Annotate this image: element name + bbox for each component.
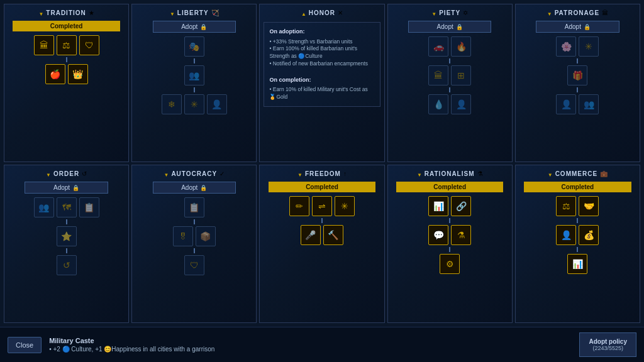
free-node-1[interactable]: ✏ xyxy=(289,196,309,216)
unit-desc: • +2 🔵 Culture, +1 😊Happiness in all cit… xyxy=(49,346,572,353)
lib-node-1[interactable]: 🎭 xyxy=(184,36,204,57)
trad-node-3[interactable]: 🛡 xyxy=(79,35,99,55)
com-node-2[interactable]: 🤝 xyxy=(579,196,599,216)
adopt-policy-button[interactable]: Adopt policy (2243/5525) xyxy=(579,332,636,357)
rat-node-2[interactable]: 🔗 xyxy=(451,196,471,216)
commerce-tree: ⚖ 🤝 👤 💰 📊 xyxy=(518,196,637,274)
piety-node-1[interactable]: 🚗 xyxy=(428,36,448,57)
pat-node-2[interactable]: ✳ xyxy=(579,36,599,57)
commerce-card: COMMERCE 💼 Completed ⚖ 🤝 👤 💰 📊 xyxy=(515,165,640,323)
lib-node-2[interactable]: 👥 xyxy=(184,65,204,85)
aut-node-1[interactable]: 📋 xyxy=(184,197,204,217)
rat-node-4[interactable]: ⚗ xyxy=(451,225,471,245)
autocracy-tree: 📋 🎖 📦 🛡 xyxy=(135,197,253,275)
piety-node-4[interactable]: ⊞ xyxy=(451,65,471,85)
rationalism-tree: 📊 🔗 💬 ⚗ ⚙ xyxy=(391,196,509,274)
trad-node-4[interactable]: 🍎 xyxy=(45,64,65,84)
piety-node-2[interactable]: 🔥 xyxy=(451,36,471,57)
free-node-2[interactable]: ⇌ xyxy=(312,196,332,216)
piety-tree: 🚗 🔥 🏛 ⊞ 💧 👤 xyxy=(391,36,509,114)
status-bar: Close Military Caste • +2 🔵 Culture, +1 … xyxy=(0,327,644,362)
patronage-adopt-btn[interactable]: Adopt xyxy=(536,21,619,33)
order-title: ORDER xyxy=(53,170,79,177)
honor-arrow[interactable] xyxy=(301,7,306,18)
status-text-area: Military Caste • +2 🔵 Culture, +1 😊Happi… xyxy=(49,337,572,353)
honor-icon: ✕ xyxy=(338,9,343,16)
free-node-4[interactable]: 🎤 xyxy=(301,225,321,245)
rationalism-icon: ⚗ xyxy=(477,170,483,177)
lib-node-5[interactable]: 👤 xyxy=(207,94,227,114)
liberty-tree: 🎭 👥 ❄ ✳ 👤 xyxy=(135,36,253,114)
com-node-5[interactable]: 📊 xyxy=(567,254,587,274)
unit-name: Military Caste xyxy=(49,337,572,344)
autocracy-card: AUTOCRACY ✓ Adopt 📋 🎖 📦 🛡 xyxy=(131,165,257,323)
patronage-tree: 🌸 ✳ 🎁 👤 👥 xyxy=(518,36,637,114)
commerce-completed-btn[interactable]: Completed xyxy=(524,182,631,192)
tradition-completed-btn[interactable]: Completed xyxy=(13,21,119,31)
order-tree: 👥 🗺 📋 ⭐ ↺ xyxy=(7,197,126,275)
autocracy-arrow[interactable] xyxy=(164,168,169,179)
piety-arrow[interactable] xyxy=(431,7,436,18)
freedom-header: FREEDOM ↑ xyxy=(262,168,381,179)
patronage-arrow[interactable] xyxy=(547,7,552,18)
pat-node-3[interactable]: 🎁 xyxy=(567,65,587,85)
freedom-icon: ↑ xyxy=(343,170,347,177)
ord-node-5[interactable]: ↺ xyxy=(57,255,77,275)
order-adopt-btn[interactable]: Adopt xyxy=(25,182,108,194)
liberty-arrow[interactable] xyxy=(170,7,175,18)
rationalism-title: RATIONALISM xyxy=(425,170,475,177)
order-lock xyxy=(72,184,79,191)
trad-node-1[interactable]: 🏛 xyxy=(34,35,54,55)
patronage-card: PATRONAGE 🏛 Adopt 🌸 ✳ 🎁 👤 👥 xyxy=(515,4,640,162)
pat-node-4[interactable]: 👤 xyxy=(556,94,576,114)
ord-node-3[interactable]: 📋 xyxy=(79,197,99,217)
com-node-1[interactable]: ⚖ xyxy=(556,196,576,216)
commerce-icon: 💼 xyxy=(600,170,608,177)
honor-completion-text: • Earn 10% of killed Military unit's Cos… xyxy=(269,86,374,101)
tradition-arrow[interactable] xyxy=(38,7,43,18)
autocracy-adopt-btn[interactable]: Adopt xyxy=(153,182,236,194)
honor-description: On adoption: • +33% Strength vs Barbaria… xyxy=(264,22,380,107)
aut-node-4[interactable]: 🛡 xyxy=(184,255,204,275)
liberty-adopt-btn[interactable]: Adopt xyxy=(153,21,236,33)
order-arrow[interactable] xyxy=(46,168,51,179)
patronage-icon: 🏛 xyxy=(602,9,608,16)
ord-node-1[interactable]: 👥 xyxy=(34,197,54,217)
piety-node-6[interactable]: 👤 xyxy=(451,94,471,114)
honor-card: HONOR ✕ On adoption: • +33% Strength vs … xyxy=(259,4,384,162)
order-adopt-label: Adopt xyxy=(53,184,70,191)
freedom-completed-btn[interactable]: Completed xyxy=(269,182,375,192)
free-node-5[interactable]: 🔨 xyxy=(323,225,343,245)
piety-adopt-btn[interactable]: Adopt xyxy=(408,21,491,33)
liberty-title: LIBERTY xyxy=(177,9,209,16)
piety-title: PIETY xyxy=(439,9,460,16)
ord-node-2[interactable]: 🗺 xyxy=(57,197,77,217)
ord-node-4[interactable]: ⭐ xyxy=(57,226,77,246)
pat-node-5[interactable]: 👥 xyxy=(579,94,599,114)
liberty-lock xyxy=(200,23,207,30)
piety-node-3[interactable]: 🏛 xyxy=(428,65,448,85)
free-node-3[interactable]: ✳ xyxy=(335,196,355,216)
aut-node-2[interactable]: 🎖 xyxy=(173,226,193,246)
aut-node-3[interactable]: 📦 xyxy=(196,226,216,246)
freedom-title: FREEDOM xyxy=(305,170,341,177)
rat-node-3[interactable]: 💬 xyxy=(428,225,448,245)
pat-node-1[interactable]: 🌸 xyxy=(556,36,576,57)
lib-node-3[interactable]: ❄ xyxy=(162,94,182,114)
trad-node-2[interactable]: ⚖ xyxy=(57,35,77,55)
commerce-arrow[interactable] xyxy=(548,168,553,179)
lib-node-4[interactable]: ✳ xyxy=(184,94,204,114)
tradition-icon: ★ xyxy=(89,9,94,16)
rationalism-completed-btn[interactable]: Completed xyxy=(396,182,503,192)
rat-node-1[interactable]: 📊 xyxy=(428,196,448,216)
close-button[interactable]: Close xyxy=(8,337,42,353)
com-node-3[interactable]: 👤 xyxy=(556,225,576,245)
piety-node-5[interactable]: 💧 xyxy=(428,94,448,114)
tradition-tree: 🏛 ⚖ 🛡 🍎 👑 xyxy=(7,35,126,84)
rationalism-arrow[interactable] xyxy=(417,168,422,179)
rat-node-5[interactable]: ⚙ xyxy=(440,254,460,274)
tradition-card: TRADITION ★ Completed 🏛 ⚖ 🛡 🍎 👑 xyxy=(4,4,129,162)
com-node-4[interactable]: 💰 xyxy=(579,225,599,245)
trad-node-5[interactable]: 👑 xyxy=(68,64,88,84)
freedom-arrow[interactable] xyxy=(297,168,303,179)
